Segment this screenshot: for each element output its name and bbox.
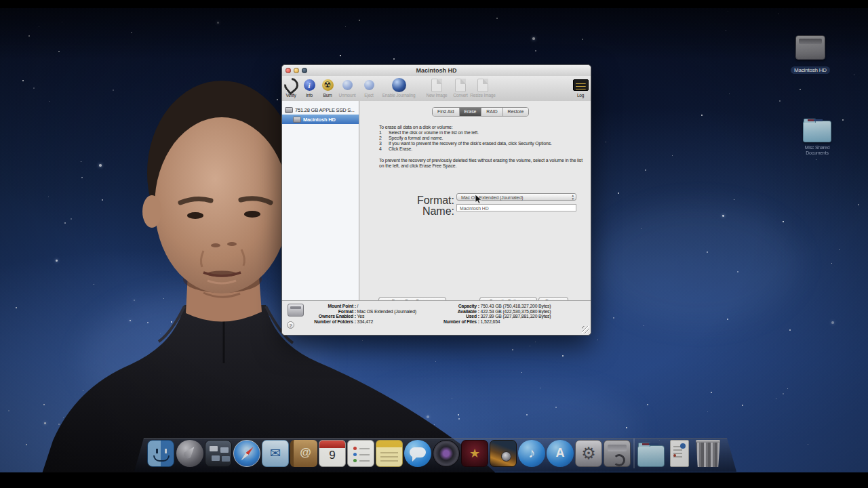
sidebar-item-macintosh-hd[interactable]: Macintosh HD [282,115,359,124]
info-column-right: Capacity750.43 GB (750,418,327,200 Bytes… [427,304,551,324]
hard-drive-icon [795,35,825,60]
erase-instructions: To erase all data on a disk or volume: 1… [379,125,583,169]
mouse-cursor [475,194,483,205]
dock-system-preferences-icon[interactable] [575,440,602,467]
volume-icon [293,117,301,123]
erase-note: To prevent the recovery of previously de… [379,158,583,169]
dock-launchpad-icon[interactable] [176,440,203,467]
log-icon [573,79,589,91]
tab-bar: First Aid Erase RAID Restore [432,107,529,117]
sidebar-item-disk[interactable]: 751.28 GB APPLE SSD S... [282,105,359,115]
presenter-face [155,117,289,293]
dock: 9 [134,438,736,472]
toolbar-enable-journaling-button: Enable Journaling [375,77,422,98]
desktop-icon-macintosh-hd[interactable]: Macintosh HD [787,35,834,75]
dock-mail-icon[interactable] [262,440,289,467]
dock-safari-icon[interactable] [233,440,260,467]
device-sidebar: 751.28 GB APPLE SSD S... Macintosh HD [282,101,359,301]
document-icon [477,79,488,92]
desktop-icon-folder[interactable]: Misc Shared Documents [795,121,840,156]
letterbox-top [0,0,868,8]
window-title: Macintosh HD [282,67,591,74]
dock-documents-icon[interactable] [666,440,693,467]
toolbar-resize-image-button: Resize Image [462,77,503,98]
window-resize-grip[interactable] [582,326,589,333]
info-column-left: Mount Point/ FormatMac OS Extended (Jour… [291,304,416,324]
toolbar: Verify i Info ☢ Burn Unmount Eject Enabl… [282,76,591,102]
video-frame: Macintosh HD Misc Shared Documents Macin… [0,0,868,488]
tab-restore[interactable]: Restore [503,108,529,116]
popup-stepper-icon: ▲▼ [572,195,574,201]
dock-photo-booth-icon[interactable] [433,440,460,467]
tab-erase[interactable]: Erase [460,108,482,116]
dock-calendar-icon[interactable]: 9 [319,440,346,467]
blue-sphere-icon [364,80,374,90]
dock-disk-utility-icon[interactable] [604,440,631,467]
dock-trash-icon[interactable] [694,440,722,467]
volume-info-bar: ? Mount Point/ FormatMac OS Extended (Jo… [282,300,591,335]
dock-messages-icon[interactable] [404,440,431,467]
calendar-band [319,441,345,448]
dock-divider [633,439,635,468]
dock-reminders-icon[interactable] [347,440,374,467]
toolbar-log-button[interactable]: Log [560,77,601,98]
dock-finder-icon[interactable] [147,440,174,467]
desktop-folder-label: Misc Shared Documents [795,145,840,156]
dock-notes-icon[interactable] [376,440,403,467]
dock-downloads-folder-icon[interactable] [637,440,665,467]
disk-utility-window: Macintosh HD Verify i Info ☢ Burn Unmoun… [281,64,591,336]
dock-imovie-icon[interactable] [461,440,488,467]
name-label: Name: [414,205,454,218]
dock-mission-control-icon[interactable] [205,440,232,467]
window-titlebar[interactable]: Macintosh HD [282,65,591,77]
dock-app-store-icon[interactable] [547,440,574,467]
dock-itunes-icon[interactable] [518,440,545,467]
journal-sphere-icon [392,78,406,92]
tab-first-aid[interactable]: First Aid [433,108,460,116]
disk-icon [285,107,293,113]
letterbox-bottom [0,472,868,488]
folder-icon [803,121,831,142]
calendar-date: 9 [319,449,345,462]
tab-raid[interactable]: RAID [481,108,502,116]
dock-contacts-icon[interactable] [290,440,317,467]
dock-iphoto-icon[interactable] [490,440,517,467]
desktop-icon-label: Macintosh HD [791,66,830,74]
name-input[interactable]: Macintosh HD [456,204,576,211]
